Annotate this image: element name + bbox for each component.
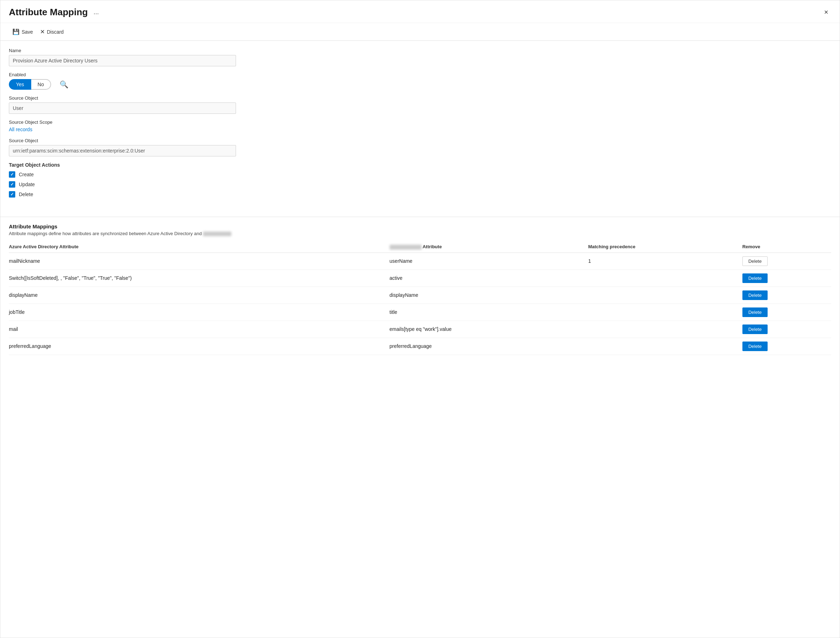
delete-label: Delete bbox=[19, 191, 33, 197]
cell-target-attr: displayName bbox=[390, 287, 588, 303]
cell-remove: Delete bbox=[742, 338, 831, 355]
cell-remove: Delete bbox=[742, 303, 831, 321]
delete-row-button[interactable]: Delete bbox=[742, 256, 768, 266]
cell-target-attr: preferredLanguage bbox=[390, 338, 588, 355]
toggle-yes-button[interactable]: Yes bbox=[9, 79, 31, 90]
create-label: Create bbox=[19, 172, 34, 177]
cell-remove: Delete bbox=[742, 321, 831, 338]
source-object-scope-label: Source Object Scope bbox=[9, 120, 831, 125]
save-label: Save bbox=[22, 29, 33, 35]
cell-matching-precedence bbox=[588, 287, 742, 303]
source-object-input[interactable] bbox=[9, 103, 236, 114]
enabled-label: Enabled bbox=[9, 72, 831, 77]
delete-checkbox[interactable] bbox=[9, 191, 15, 197]
toolbar: 💾 Save ✕ Discard bbox=[0, 23, 840, 41]
source-object-label: Source Object bbox=[9, 95, 831, 101]
delete-row-button[interactable]: Delete bbox=[742, 291, 768, 300]
delete-row-button[interactable]: Delete bbox=[742, 273, 768, 283]
cell-target-attr: userName bbox=[390, 253, 588, 270]
cell-azure-attr: displayName bbox=[9, 287, 390, 303]
delete-row-button[interactable]: Delete bbox=[742, 324, 768, 334]
cell-azure-attr: preferredLanguage bbox=[9, 338, 390, 355]
target-object-actions-group: Target Object Actions Create Update Dele… bbox=[9, 162, 831, 197]
table-row: preferredLanguagepreferredLanguageDelete bbox=[9, 338, 831, 355]
toggle-no-button[interactable]: No bbox=[31, 79, 51, 90]
th-matching-precedence: Matching precedence bbox=[588, 241, 742, 253]
mappings-desc-prefix: Attribute mappings define how attributes… bbox=[9, 231, 202, 236]
mappings-title: Attribute Mappings bbox=[9, 223, 831, 229]
table-row: Switch([IsSoftDeleted], , "False", "True… bbox=[9, 270, 831, 287]
create-checkbox[interactable] bbox=[9, 171, 15, 178]
save-button[interactable]: 💾 Save bbox=[9, 27, 36, 37]
cell-target-attr: emails[type eq "work"].value bbox=[390, 321, 588, 338]
panel-header: Attribute Mapping ... × bbox=[0, 0, 840, 23]
cell-target-attr: title bbox=[390, 303, 588, 321]
table-header-row: Azure Active Directory Attribute Attribu… bbox=[9, 241, 831, 253]
enabled-group: Enabled Yes No 🔍 bbox=[9, 72, 831, 90]
mappings-section: Attribute Mappings Attribute mappings de… bbox=[0, 223, 840, 366]
cell-azure-attr: mailNickname bbox=[9, 253, 390, 270]
cell-azure-attr: mail bbox=[9, 321, 390, 338]
close-button[interactable]: × bbox=[821, 8, 831, 17]
th-target-blurred bbox=[390, 245, 422, 250]
mappings-desc-blurred bbox=[203, 232, 231, 236]
section-divider bbox=[0, 217, 840, 217]
update-label: Update bbox=[19, 182, 35, 187]
source-object-scope-group: Source Object Scope All records bbox=[9, 120, 831, 132]
th-target-attr: Attribute bbox=[390, 241, 588, 253]
cell-matching-precedence: 1 bbox=[588, 253, 742, 270]
name-label: Name bbox=[9, 48, 831, 53]
discard-label: Discard bbox=[47, 29, 63, 35]
th-target-suffix: Attribute bbox=[423, 244, 442, 249]
name-input[interactable] bbox=[9, 55, 236, 66]
cell-matching-precedence bbox=[588, 338, 742, 355]
table-row: jobTitletitleDelete bbox=[9, 303, 831, 321]
mappings-desc: Attribute mappings define how attributes… bbox=[9, 231, 831, 236]
ellipsis-button[interactable]: ... bbox=[91, 8, 101, 17]
cell-remove: Delete bbox=[742, 287, 831, 303]
table-row: displayNamedisplayNameDelete bbox=[9, 287, 831, 303]
table-row: mailemails[type eq "work"].valueDelete bbox=[9, 321, 831, 338]
zoom-icon[interactable]: 🔍 bbox=[60, 80, 68, 88]
cell-azure-attr: Switch([IsSoftDeleted], , "False", "True… bbox=[9, 270, 390, 287]
cell-azure-attr: jobTitle bbox=[9, 303, 390, 321]
create-checkbox-group: Create bbox=[9, 171, 831, 178]
table-row: mailNicknameuserName1Delete bbox=[9, 253, 831, 270]
update-checkbox-group: Update bbox=[9, 181, 831, 188]
discard-icon: ✕ bbox=[40, 28, 45, 35]
cell-remove: Delete bbox=[742, 253, 831, 270]
th-remove: Remove bbox=[742, 241, 831, 253]
form-area: Name Enabled Yes No 🔍 Source Object Sour… bbox=[0, 41, 840, 210]
delete-checkbox-group: Delete bbox=[9, 191, 831, 197]
th-azure-attr: Azure Active Directory Attribute bbox=[9, 241, 390, 253]
delete-row-button[interactable]: Delete bbox=[742, 308, 768, 317]
source-object2-label: Source Object bbox=[9, 138, 831, 143]
discard-button[interactable]: ✕ Discard bbox=[36, 27, 67, 37]
update-checkbox[interactable] bbox=[9, 181, 15, 188]
cell-matching-precedence bbox=[588, 270, 742, 287]
attribute-mapping-panel: Attribute Mapping ... × 💾 Save ✕ Discard… bbox=[0, 0, 840, 638]
source-object2-group: Source Object bbox=[9, 138, 831, 156]
cell-matching-precedence bbox=[588, 321, 742, 338]
toggle-group: Yes No bbox=[9, 79, 51, 90]
source-object-group: Source Object bbox=[9, 95, 831, 114]
cell-remove: Delete bbox=[742, 270, 831, 287]
save-icon: 💾 bbox=[13, 28, 19, 35]
all-records-link[interactable]: All records bbox=[9, 126, 32, 132]
panel-title: Attribute Mapping bbox=[9, 7, 88, 18]
target-object-actions-label: Target Object Actions bbox=[9, 162, 831, 168]
delete-row-button[interactable]: Delete bbox=[742, 341, 768, 351]
cell-target-attr: active bbox=[390, 270, 588, 287]
mappings-table: Azure Active Directory Attribute Attribu… bbox=[9, 241, 831, 355]
cell-matching-precedence bbox=[588, 303, 742, 321]
name-group: Name bbox=[9, 48, 831, 66]
source-object2-input[interactable] bbox=[9, 145, 236, 156]
